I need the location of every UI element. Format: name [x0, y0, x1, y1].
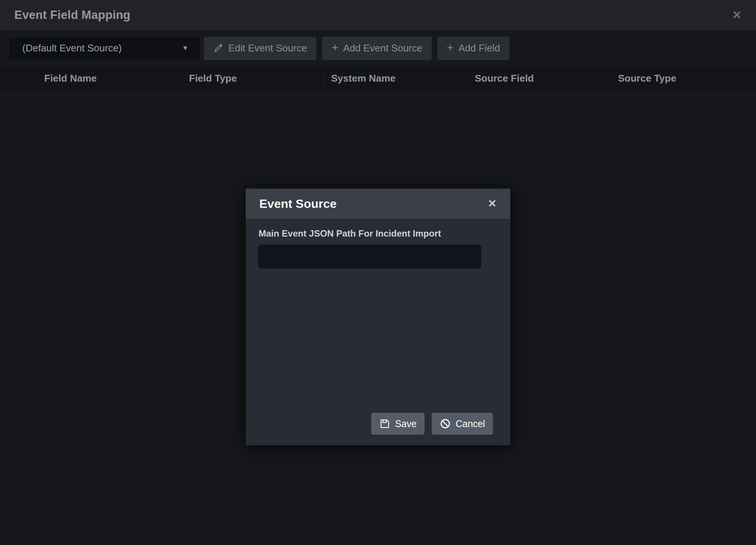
- column-header-empty: [0, 67, 37, 90]
- event-field-mapping-window: Event Field Mapping ✕ (Default Event Sou…: [0, 0, 756, 545]
- dialog-close-icon[interactable]: ✕: [488, 198, 497, 209]
- plus-icon: +: [332, 42, 338, 53]
- edit-event-source-label: Edit Event Source: [228, 42, 307, 54]
- dialog-title: Event Source: [259, 197, 337, 211]
- cancel-ban-icon: [440, 418, 451, 429]
- dialog-body: Main Event JSON Path For Incident Import…: [246, 219, 510, 445]
- dialog-footer: Save Cancel: [258, 413, 499, 435]
- add-event-source-button[interactable]: + Add Event Source: [322, 37, 432, 60]
- save-floppy-icon: [379, 418, 390, 429]
- dialog-header: Event Source ✕: [246, 189, 510, 219]
- window-titlebar: Event Field Mapping ✕: [0, 0, 756, 30]
- add-field-button[interactable]: + Add Field: [437, 37, 509, 60]
- plus-icon: +: [447, 42, 454, 53]
- event-source-select-value: (Default Event Source): [22, 42, 122, 54]
- field-mapping-table-header: Field Name Field Type System Name Source…: [0, 66, 756, 90]
- column-header-system-name[interactable]: System Name: [324, 67, 468, 90]
- save-button-label: Save: [395, 418, 417, 429]
- event-source-select[interactable]: (Default Event Source) ▼: [8, 37, 200, 60]
- pencil-icon: [213, 43, 223, 53]
- add-field-label: Add Field: [459, 42, 500, 54]
- column-header-field-name[interactable]: Field Name: [37, 67, 182, 90]
- save-button[interactable]: Save: [371, 413, 424, 435]
- cancel-button-label: Cancel: [455, 418, 485, 429]
- toolbar: (Default Event Source) ▼ Edit Event Sour…: [0, 30, 756, 66]
- column-header-field-type[interactable]: Field Type: [182, 67, 324, 90]
- chevron-down-icon: ▼: [182, 44, 189, 52]
- close-icon[interactable]: ✕: [732, 9, 742, 21]
- cancel-button[interactable]: Cancel: [432, 413, 493, 435]
- column-header-source-type[interactable]: Source Type: [611, 67, 756, 90]
- json-path-label: Main Event JSON Path For Incident Import: [259, 228, 499, 239]
- page-title: Event Field Mapping: [14, 8, 130, 22]
- json-path-input[interactable]: [258, 245, 482, 269]
- add-event-source-label: Add Event Source: [343, 42, 423, 54]
- event-source-dialog: Event Source ✕ Main Event JSON Path For …: [246, 189, 510, 445]
- column-header-source-field[interactable]: Source Field: [468, 67, 611, 90]
- edit-event-source-button[interactable]: Edit Event Source: [204, 37, 316, 60]
